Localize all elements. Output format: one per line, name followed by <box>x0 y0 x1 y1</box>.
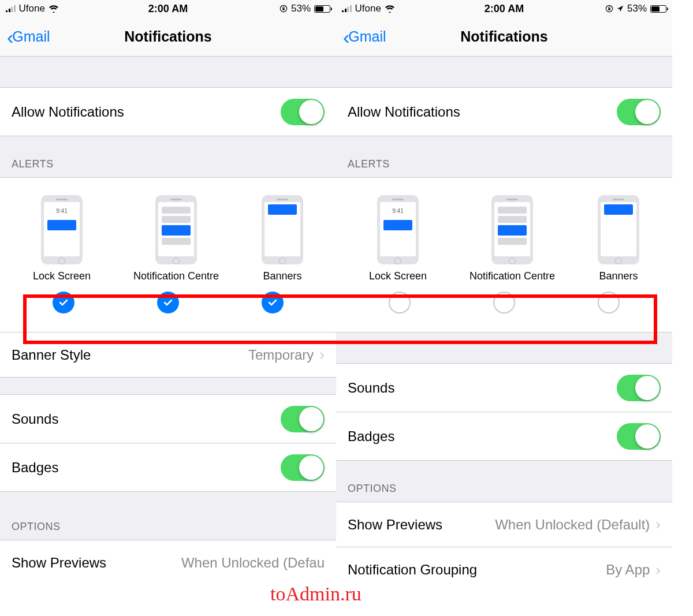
right-screenshot: Ufone 2:00 AM 53% ‹ Gmail Notifications … <box>336 0 672 592</box>
checks-row <box>336 282 672 320</box>
show-previews-value: When Unlocked (Defau <box>181 555 325 571</box>
alert-label: Lock Screen <box>33 270 91 282</box>
allow-notifications-row[interactable]: Allow Notifications <box>0 88 336 136</box>
nav-title: Notifications <box>460 28 547 45</box>
battery-icon <box>314 5 330 13</box>
alert-label: Banners <box>263 270 301 282</box>
sounds-row[interactable]: Sounds <box>0 395 336 443</box>
show-previews-row[interactable]: Show Previews When Unlocked (Defau <box>0 540 336 585</box>
alerts-block: 9:41 Lock Screen Notification Centre <box>0 178 336 333</box>
show-previews-row[interactable]: Show Previews When Unlocked (Default) › <box>336 502 672 547</box>
banners-check[interactable] <box>598 292 620 313</box>
watermark: toAdmin.ru <box>270 583 362 605</box>
alerts-block: 9:41 Lock Screen Notification Centre <box>336 178 672 333</box>
status-bar: Ufone 2:00 AM 53% <box>0 0 336 17</box>
banner-style-value: Temporary <box>248 347 314 363</box>
notifcentre-check[interactable] <box>157 292 179 313</box>
status-time: 2:00 AM <box>148 3 188 15</box>
badges-toggle[interactable] <box>617 423 661 450</box>
badges-toggle[interactable] <box>281 454 325 481</box>
notification-grouping-value: By App <box>606 562 650 578</box>
alert-lockscreen[interactable]: 9:41 Lock Screen <box>33 195 91 282</box>
chevron-right-icon: › <box>655 561 661 579</box>
allow-toggle[interactable] <box>281 99 325 125</box>
carrier-label: Ufone <box>19 3 45 14</box>
options-header: OPTIONS <box>336 461 672 502</box>
notification-grouping-row[interactable]: Notification Grouping By App › <box>336 547 672 592</box>
alerts-header: ALERTS <box>336 136 672 178</box>
badges-row[interactable]: Badges <box>336 412 672 461</box>
left-screenshot: Ufone 2:00 AM 53% ‹ Gmail Notifications … <box>0 0 336 592</box>
back-button[interactable]: ‹ Gmail <box>7 27 50 47</box>
back-label: Gmail <box>348 28 386 45</box>
svg-rect-1 <box>282 8 285 10</box>
location-icon <box>617 5 624 12</box>
sounds-label: Sounds <box>348 380 394 396</box>
lock-rotation-icon <box>605 5 613 13</box>
notifcentre-preview-icon <box>155 195 197 264</box>
status-bar: Ufone 2:00 AM 53% <box>336 0 672 17</box>
show-previews-label: Show Previews <box>12 555 106 571</box>
lockscreen-check[interactable] <box>389 292 411 313</box>
allow-notifications-row[interactable]: Allow Notifications <box>336 88 672 136</box>
wifi-icon <box>49 5 59 13</box>
badges-row[interactable]: Badges <box>0 443 336 492</box>
banners-preview-icon <box>598 195 639 264</box>
lockscreen-check[interactable] <box>53 292 74 313</box>
show-previews-value: When Unlocked (Default) <box>495 517 650 533</box>
notifcentre-preview-icon <box>491 195 533 264</box>
alert-lockscreen[interactable]: 9:41 Lock Screen <box>369 195 427 282</box>
nav-bar: ‹ Gmail Notifications <box>336 17 672 57</box>
signal-icon <box>6 5 16 12</box>
nav-bar: ‹ Gmail Notifications <box>0 17 336 57</box>
alert-banners[interactable]: Banners <box>262 195 303 282</box>
allow-label: Allow Notifications <box>12 104 124 120</box>
lock-rotation-icon <box>280 5 288 13</box>
alert-label: Lock Screen <box>369 270 427 282</box>
sounds-row[interactable]: Sounds <box>336 364 672 412</box>
carrier-label: Ufone <box>355 3 381 14</box>
alert-label: Notification Centre <box>470 270 555 282</box>
nav-title: Notifications <box>124 28 211 45</box>
svg-rect-3 <box>608 8 610 10</box>
lockscreen-preview-icon: 9:41 <box>377 195 419 264</box>
checks-row <box>0 282 336 320</box>
alert-banners[interactable]: Banners <box>598 195 639 282</box>
badges-label: Badges <box>348 428 394 445</box>
options-header: OPTIONS <box>0 492 336 540</box>
alert-notifcentre[interactable]: Notification Centre <box>133 195 219 282</box>
alert-label: Banners <box>599 270 638 282</box>
show-previews-label: Show Previews <box>348 517 442 533</box>
battery-pct: 53% <box>291 3 311 14</box>
sounds-toggle[interactable] <box>281 406 325 432</box>
back-button[interactable]: ‹ Gmail <box>343 27 386 47</box>
notifcentre-check[interactable] <box>493 292 515 313</box>
alert-notifcentre[interactable]: Notification Centre <box>470 195 555 282</box>
lockscreen-preview-icon: 9:41 <box>41 195 83 264</box>
sounds-toggle[interactable] <box>617 375 661 401</box>
allow-label: Allow Notifications <box>348 104 460 120</box>
notification-grouping-label: Notification Grouping <box>348 562 477 578</box>
wifi-icon <box>385 5 395 13</box>
allow-toggle[interactable] <box>617 99 661 125</box>
banner-style-row[interactable]: Banner Style Temporary › <box>0 333 336 378</box>
alerts-header: ALERTS <box>0 136 336 178</box>
sounds-label: Sounds <box>12 411 58 427</box>
chevron-right-icon: › <box>319 346 325 364</box>
signal-icon <box>342 5 352 12</box>
battery-icon <box>650 5 666 13</box>
banners-preview-icon <box>262 195 303 264</box>
banner-style-label: Banner Style <box>12 347 91 363</box>
badges-label: Badges <box>12 460 58 476</box>
status-time: 2:00 AM <box>485 3 524 15</box>
back-label: Gmail <box>12 28 50 45</box>
chevron-right-icon: › <box>655 516 661 533</box>
alert-label: Notification Centre <box>133 270 219 282</box>
banners-check[interactable] <box>262 292 284 313</box>
battery-pct: 53% <box>627 3 647 14</box>
